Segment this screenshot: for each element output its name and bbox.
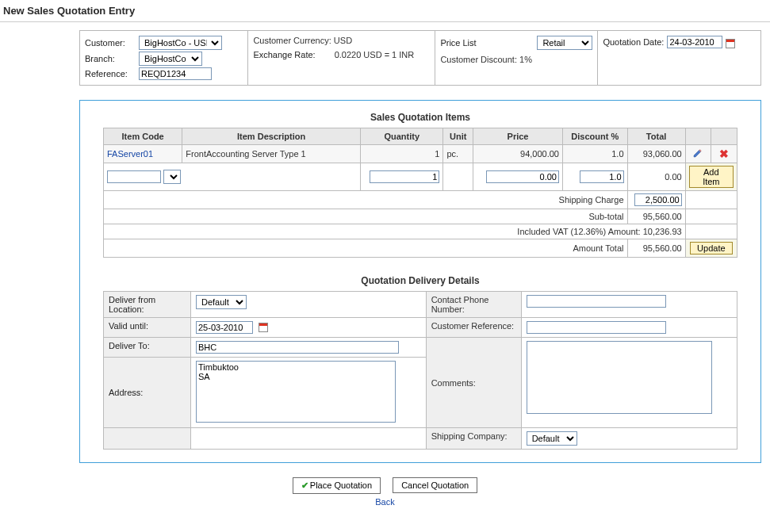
- subtotal-value: 95,560.00: [627, 209, 685, 224]
- col-del: [711, 128, 737, 145]
- close-icon: ✖: [719, 147, 729, 160]
- row-code[interactable]: FAServer01: [104, 145, 182, 163]
- quotedate-label: Quotation Date:: [603, 37, 664, 47]
- place-label: Place Quotation: [310, 480, 372, 490]
- items-title: Sales Quotation Items: [88, 112, 753, 123]
- main-frame: Sales Quotation Items Item Code Item Des…: [79, 100, 761, 463]
- newitem-disc-input[interactable]: [580, 170, 624, 183]
- address-textarea[interactable]: [196, 361, 396, 423]
- col-unit: Unit: [443, 128, 473, 145]
- customer-discount: Customer Discount: 1%: [440, 55, 592, 64]
- amounttotal-label: Amount Total: [104, 239, 628, 258]
- items-table: Item Code Item Description Quantity Unit…: [103, 128, 737, 258]
- comments-label: Comments:: [426, 338, 521, 428]
- newitem-total: 0.00: [627, 163, 685, 191]
- newitem-code-input[interactable]: [107, 170, 161, 183]
- delivery-grid: Deliver from Location: Default Contact P…: [103, 291, 737, 450]
- pricelist-label: Price List: [440, 38, 534, 48]
- pencil-icon: [692, 147, 703, 159]
- add-item-button[interactable]: Add Item: [689, 166, 734, 188]
- cref-label: Customer Reference:: [426, 318, 521, 338]
- cancel-quotation-button[interactable]: Cancel Quotation: [393, 477, 477, 493]
- deliverto-label: Deliver To:: [104, 338, 191, 358]
- newitem-qty-input[interactable]: [370, 170, 439, 183]
- col-code: Item Code: [104, 128, 182, 145]
- branch-select[interactable]: BigHostCo: [139, 52, 202, 66]
- row-desc: FrontAccounting Server Type 1: [182, 145, 361, 163]
- col-qty: Quantity: [360, 128, 443, 145]
- row-total: 93,060.00: [627, 145, 685, 163]
- back-link[interactable]: Back: [375, 497, 394, 507]
- table-row: FAServer01 FrontAccounting Server Type 1…: [104, 145, 737, 163]
- edit-cell[interactable]: [685, 145, 711, 163]
- comments-textarea[interactable]: [527, 341, 712, 414]
- row-qty: 1: [360, 145, 443, 163]
- valid-label: Valid until:: [104, 318, 191, 338]
- customer-select[interactable]: BigHostCo - USD: [139, 36, 222, 50]
- delete-cell[interactable]: ✖: [711, 145, 737, 163]
- amounttotal-value: 95,560.00: [627, 239, 685, 258]
- col-price: Price: [473, 128, 563, 145]
- col-edit: [685, 128, 711, 145]
- branch-label: Branch:: [85, 54, 136, 63]
- check-icon: ✔: [301, 480, 308, 490]
- customer-label: Customer:: [85, 38, 136, 48]
- phone-label: Contact Phone Number:: [426, 292, 521, 318]
- reference-label: Reference:: [85, 69, 136, 78]
- calendar-icon[interactable]: [726, 39, 735, 48]
- valid-input[interactable]: [196, 321, 253, 334]
- deliverfrom-select[interactable]: Default: [196, 295, 247, 309]
- row-price: 94,000.00: [473, 145, 563, 163]
- phone-input[interactable]: [527, 295, 666, 308]
- quotedate-input[interactable]: [667, 36, 722, 48]
- cref-input[interactable]: [527, 321, 666, 334]
- row-disc: 1.0: [562, 145, 627, 163]
- newitem-select[interactable]: [163, 170, 181, 184]
- shipco-label: Shipping Company:: [426, 428, 521, 450]
- update-button[interactable]: Update: [690, 242, 732, 255]
- col-desc: Item Description: [182, 128, 361, 145]
- address-label: Address:: [104, 358, 191, 428]
- newitem-price-input[interactable]: [486, 170, 559, 183]
- calendar-icon[interactable]: [259, 323, 268, 332]
- shipping-input[interactable]: [634, 193, 682, 206]
- col-disc: Discount %: [562, 128, 627, 145]
- shipco-select[interactable]: Default: [527, 431, 577, 446]
- page-title: New Sales Quotation Entry: [0, 0, 770, 20]
- exchange-value: 0.0220 USD = 1 INR: [335, 50, 415, 59]
- pricelist-select[interactable]: Retail: [537, 36, 592, 50]
- col-total: Total: [627, 128, 685, 145]
- deliverto-input[interactable]: [196, 341, 399, 354]
- newitem-unit: [443, 163, 473, 191]
- subtotal-label: Sub-total: [104, 209, 628, 224]
- exchange-label: Exchange Rate:: [253, 50, 315, 59]
- vat-label: Included VAT (12.36%) Amount: 10,236.93: [104, 224, 686, 239]
- shipping-label: Shipping Charge: [104, 191, 628, 209]
- divider: [0, 21, 770, 22]
- place-quotation-button[interactable]: ✔Place Quotation: [293, 477, 381, 494]
- row-unit: pc.: [443, 145, 473, 163]
- reference-input[interactable]: [139, 67, 212, 80]
- header-panel: Customer: BigHostCo - USD Branch: BigHos…: [79, 30, 761, 86]
- currency-label: Customer Currency: USD: [253, 36, 430, 45]
- delivery-title: Quotation Delivery Details: [88, 275, 753, 286]
- newitem-row: 0.00 Add Item: [104, 163, 737, 191]
- deliverfrom-label: Deliver from Location:: [104, 292, 191, 318]
